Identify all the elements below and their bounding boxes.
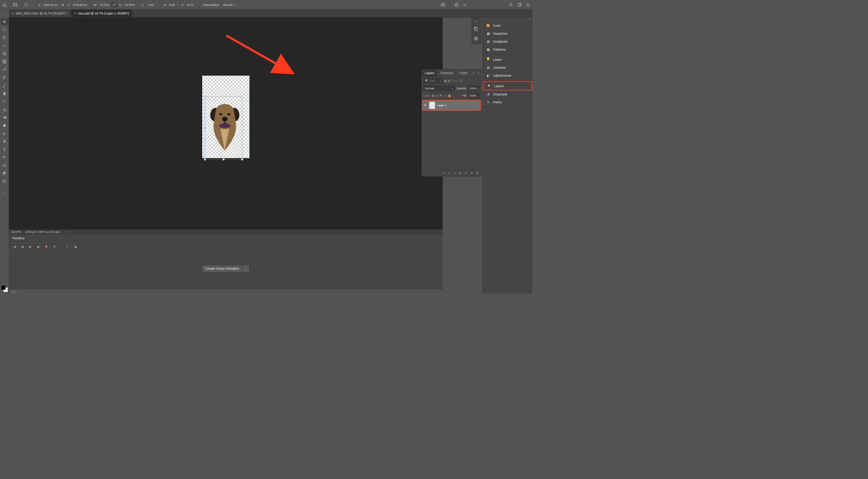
filter-type-icon[interactable]: T <box>452 79 454 82</box>
marquee-tool-icon[interactable] <box>1 26 8 33</box>
transform-bounding-box[interactable] <box>205 97 242 160</box>
settings-gear-icon[interactable]: ⚙ <box>52 244 57 249</box>
document-tab[interactable]: × IMG_5928.HEIC @ 16.7% (RGB/8*) * <box>9 9 71 17</box>
zoom-tool-icon[interactable] <box>1 178 8 184</box>
lock-position-icon[interactable]: ✥ <box>440 94 442 97</box>
history-brush-tool-icon[interactable] <box>1 98 8 105</box>
collapse-icon[interactable]: ◂◂ <box>483 17 532 21</box>
commit-icon[interactable] <box>462 1 468 8</box>
lock-all-icon[interactable]: 🔒 <box>448 94 451 97</box>
split-icon[interactable]: ✂ <box>65 244 70 249</box>
layer-style-icon[interactable]: fx <box>448 171 450 175</box>
edit-toolbar-icon[interactable]: ⋯ <box>1 190 8 197</box>
filter-shape-icon[interactable]: ▭ <box>455 79 458 82</box>
adjustments-panel-button[interactable]: ◐Adjustments <box>483 71 532 79</box>
layer-name[interactable]: Layer 1 <box>437 104 447 107</box>
interpolation-dropdown[interactable]: Bicubic ⌄ <box>222 2 238 7</box>
opacity-input[interactable]: 100%⌄ <box>468 86 480 90</box>
swatches-panel-button[interactable]: ▦Swatches <box>483 30 532 38</box>
lock-artboard-icon[interactable]: ▢ <box>444 94 446 97</box>
search-icon[interactable] <box>508 1 514 8</box>
reference-point-icon[interactable] <box>23 1 29 8</box>
panel-menu-icon[interactable]: ≡ <box>476 71 481 74</box>
adjustment-layer-icon[interactable]: ◐ <box>459 171 461 175</box>
cancel-icon[interactable] <box>454 1 460 8</box>
rotate-angle-icon[interactable] <box>140 1 146 8</box>
channels-tab[interactable]: Channels <box>437 69 456 77</box>
link-layers-icon[interactable]: ⫘ <box>442 171 445 175</box>
reference-grid-icon[interactable] <box>30 1 36 8</box>
eyedropper-tool-icon[interactable] <box>1 66 8 73</box>
delete-layer-icon[interactable]: 🗑 <box>476 171 479 175</box>
healing-brush-tool-icon[interactable] <box>1 74 8 81</box>
channels-panel-button[interactable]: ◔Channels <box>483 90 532 98</box>
crop-tool-icon[interactable] <box>1 50 8 57</box>
hand-tool-icon[interactable] <box>1 170 8 176</box>
canvas-area[interactable] <box>9 17 443 229</box>
pen-tool-icon[interactable] <box>1 138 8 145</box>
history-panel-icon[interactable] <box>474 27 479 32</box>
group-icon[interactable]: 🗀 <box>464 171 467 175</box>
blur-tool-icon[interactable] <box>1 122 8 129</box>
layers-tab[interactable]: Layers <box>422 69 437 77</box>
layer-mask-icon[interactable]: ◻ <box>454 171 456 175</box>
stamp-tool-icon[interactable] <box>1 90 8 97</box>
y-value[interactable]: 2736.89 px <box>72 3 88 7</box>
color-swatches[interactable] <box>1 285 8 292</box>
move-tool-icon[interactable] <box>1 18 8 25</box>
close-icon[interactable]: × <box>74 12 76 16</box>
layer-thumbnail[interactable] <box>429 102 435 109</box>
play-icon[interactable]: ▶ <box>28 244 33 249</box>
link-icon[interactable] <box>111 1 117 8</box>
new-layer-icon[interactable]: ⊞ <box>471 171 473 175</box>
quick-select-tool-icon[interactable] <box>1 42 8 49</box>
chevron-right-icon[interactable]: 〉 <box>64 230 67 234</box>
eraser-tool-icon[interactable] <box>1 106 8 113</box>
first-frame-icon[interactable]: |◀ <box>12 244 17 249</box>
color-panel-button[interactable]: 🎨Color <box>483 21 532 29</box>
share-icon[interactable] <box>525 1 531 8</box>
lock-image-icon[interactable]: 🖌 <box>436 94 439 97</box>
filter-smart-icon[interactable]: ◫ <box>459 79 462 82</box>
libraries-panel-button[interactable]: ▥Libraries <box>483 63 532 71</box>
skew-h-value[interactable]: 0.00 <box>169 3 176 7</box>
redo-icon[interactable]: ↪ <box>20 290 22 293</box>
layer-row[interactable]: 👁 Layer 1 <box>422 100 480 110</box>
home-icon[interactable] <box>1 1 8 8</box>
frame-tool-icon[interactable] <box>1 58 8 65</box>
paths-panel-button[interactable]: ✦Paths <box>483 98 532 106</box>
transition-icon[interactable]: ◪ <box>73 244 78 249</box>
blend-mode-dropdown[interactable]: Normal⌄ <box>424 86 455 91</box>
gradient-tool-icon[interactable] <box>1 114 8 121</box>
brush-tool-icon[interactable] <box>1 82 8 89</box>
fill-input[interactable]: 100%⌄ <box>468 93 480 98</box>
gradients-panel-button[interactable]: ▤Gradients <box>483 38 532 46</box>
transform-tool-icon[interactable] <box>12 1 18 8</box>
layer-filter-dropdown[interactable]: 🔍 Kind⌄ <box>424 78 443 83</box>
next-frame-icon[interactable]: |▶ <box>36 244 41 249</box>
w-value[interactable]: 76.31% <box>99 3 110 7</box>
close-icon[interactable]: × <box>12 12 14 16</box>
lasso-tool-icon[interactable] <box>1 34 8 41</box>
x-value[interactable]: 1045.40 px <box>43 3 59 7</box>
rectangle-tool-icon[interactable] <box>1 162 8 168</box>
document-tab[interactable]: × roux.psd @ 16.7% (Layer 1, RGB/8*) <box>71 9 132 17</box>
dodge-tool-icon[interactable] <box>1 130 8 137</box>
paths-tab[interactable]: Paths <box>456 69 471 77</box>
patterns-panel-button[interactable]: ▩Patterns <box>483 46 532 54</box>
workspace-icon[interactable] <box>516 1 523 8</box>
grip-icon[interactable]: ▯▯▯ <box>11 290 17 293</box>
path-select-tool-icon[interactable] <box>1 154 8 161</box>
create-frame-animation-button[interactable]: Create Frame Animation <box>202 265 242 273</box>
filter-image-icon[interactable]: ▣ <box>444 79 447 82</box>
h-value[interactable]: 76.47% <box>124 3 135 7</box>
animation-type-dropdown[interactable]: ⌄ <box>242 265 250 273</box>
prev-frame-icon[interactable]: ◀| <box>20 244 25 249</box>
mute-icon[interactable]: 🔇 <box>44 244 48 249</box>
rotate-value[interactable]: 0.00 <box>147 3 154 7</box>
learn-panel-button[interactable]: 💡Learn <box>483 55 532 63</box>
type-tool-icon[interactable] <box>1 146 8 153</box>
properties-panel-icon[interactable] <box>474 37 479 42</box>
filter-adjustment-icon[interactable]: ◐ <box>448 79 451 82</box>
skew-v-value[interactable]: -0.74 <box>186 3 194 7</box>
